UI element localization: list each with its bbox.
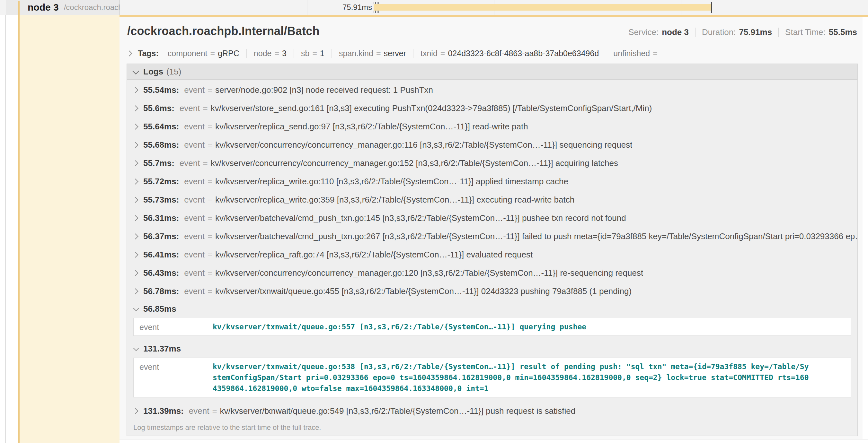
log-entry[interactable]: 55.73ms: event = kv/kvserver/replica_wri… [127, 191, 858, 209]
log-field-key: event [184, 286, 205, 296]
log-message: server/node.go:902 [n3] node received re… [215, 85, 433, 95]
log-marker-tick-end [711, 2, 712, 13]
log-entry-expanded-header[interactable]: 131.37ms [127, 340, 858, 357]
equals-sign: = [208, 268, 212, 278]
equals-sign: = [440, 49, 445, 58]
chevron-right-icon[interactable] [132, 197, 138, 203]
equals-sign: = [208, 213, 212, 223]
log-field-key: event [180, 158, 200, 168]
log-timestamp: 55.73ms: [143, 195, 179, 205]
log-entry[interactable]: 131.39ms: event = kv/kvserver/txnwait/qu… [127, 402, 858, 420]
log-message: kv/kvserver/store_send.go:161 [n3,s3] ex… [211, 103, 652, 113]
log-message: kv/kvserver/txnwait/queue.go:549 [n3,s3,… [220, 406, 576, 416]
tag-node: node = 3 [246, 49, 293, 58]
chevron-right-icon[interactable] [132, 124, 138, 129]
log-message: kv/kvserver/replica_send.go:97 [n3,s3,r6… [215, 122, 528, 132]
log-field-value: kv/kvserver/txnwait/queue.go:538 [n3,s3,… [213, 358, 851, 397]
log-entry[interactable]: 55.68ms: event = kv/kvserver/concurrency… [127, 136, 858, 154]
chevron-right-icon[interactable] [132, 233, 138, 239]
chevron-right-icon[interactable] [132, 160, 138, 166]
log-message: kv/kvserver/concurrency/concurrency_mana… [215, 140, 632, 150]
chevron-right-icon[interactable] [132, 142, 138, 148]
log-event-detail-box: event kv/kvserver/txnwait/queue.go:557 [… [133, 318, 851, 336]
meta-divider [695, 28, 695, 37]
log-timestamp: 55.54ms: [143, 85, 179, 95]
log-field-key: event [184, 268, 205, 278]
log-entry[interactable]: 56.41ms: event = kv/kvserver/replica_raf… [127, 246, 858, 264]
span-service-name: node 3 [28, 2, 59, 13]
equals-sign: = [653, 49, 658, 58]
log-field-key: event [184, 140, 205, 150]
chevron-down-icon[interactable] [133, 305, 139, 311]
log-entry[interactable]: 55.6ms: event = kv/kvserver/store_send.g… [127, 99, 858, 117]
log-message: kv/kvserver/replica_write.go:110 [n3,s3,… [215, 176, 568, 186]
chevron-down-icon[interactable] [133, 345, 139, 351]
log-entry[interactable]: 56.43ms: event = kv/kvserver/concurrency… [127, 264, 858, 282]
span-duration-bar[interactable] [374, 4, 712, 10]
log-entry[interactable]: 56.78ms: event = kv/kvserver/txnwait/que… [127, 282, 858, 301]
log-field-key: event [180, 103, 200, 113]
equals-sign: = [203, 158, 208, 168]
equals-sign: = [208, 250, 212, 260]
meta-divider [778, 28, 779, 37]
next-row-divider [120, 439, 868, 440]
log-event-detail-box: event kv/kvserver/txnwait/queue.go:538 [… [133, 357, 851, 398]
duration-value: 75.91ms [739, 27, 772, 37]
chevron-right-icon[interactable] [132, 252, 138, 258]
selected-span-row-highlight [20, 15, 120, 443]
log-timestamp: 55.68ms: [143, 140, 179, 150]
span-detail-accent-border [120, 15, 868, 17]
start-time-label: Start Time: [785, 27, 826, 37]
span-timeline-cell[interactable]: 75.91ms [120, 0, 868, 15]
logs-header[interactable]: Logs (15) [127, 64, 858, 79]
log-field-value: kv/kvserver/txnwait/queue.go:557 [n3,s3,… [213, 318, 851, 336]
chevron-right-icon[interactable] [132, 270, 138, 276]
duration-label: Duration: [702, 27, 736, 37]
chevron-right-icon[interactable] [132, 288, 138, 294]
tag-component: component = gRPC [161, 49, 246, 58]
chevron-right-icon[interactable] [132, 408, 138, 414]
equals-sign: = [208, 85, 212, 95]
chevron-down-icon[interactable] [132, 67, 139, 74]
log-timestamp: 56.85ms [143, 304, 176, 314]
equals-sign: = [208, 140, 212, 150]
span-row[interactable]: node 3 /cockroach.roach… 75.91ms [0, 0, 868, 15]
service-value: node 3 [662, 27, 689, 37]
log-message: kv/kvserver/concurrency/concurrency_mana… [215, 268, 643, 278]
chevron-right-icon[interactable] [132, 215, 138, 221]
log-entry[interactable]: 56.37ms: event = kv/kvserver/batcheval/c… [127, 227, 858, 246]
logs-body: 55.54ms: event = server/node.go:902 [n3]… [127, 79, 858, 436]
span-title: /cockroach.roachpb.Internal/Batch [127, 24, 320, 38]
tag-span-kind: span.kind = server [332, 49, 413, 58]
chevron-right-icon[interactable] [132, 178, 138, 184]
chevron-right-icon[interactable] [132, 105, 138, 111]
chevron-right-icon[interactable] [132, 87, 138, 93]
log-entry[interactable]: 55.72ms: event = kv/kvserver/replica_wri… [127, 172, 858, 191]
log-timestamp: 55.72ms: [143, 176, 179, 186]
log-field-key: event [184, 250, 205, 260]
log-timestamp: 55.7ms: [143, 158, 175, 168]
tag-txnid: txnid = 024d3323-6c8f-4863-aa8b-37ab0e63… [413, 49, 606, 58]
span-name-cell[interactable]: node 3 /cockroach.roach… [6, 0, 120, 15]
chevron-right-icon[interactable] [126, 50, 132, 56]
log-entry[interactable]: 55.7ms: event = kv/kvserver/concurrency/… [127, 154, 858, 172]
equals-sign: = [208, 122, 212, 132]
log-entry-expanded-header[interactable]: 56.85ms [127, 301, 858, 317]
start-time-value: 55.5ms [829, 27, 857, 37]
log-field-key: event [184, 85, 205, 95]
log-entry[interactable]: 55.54ms: event = server/node.go:902 [n3]… [127, 81, 858, 99]
logs-section: Logs (15) 55.54ms: event = server/node.g… [127, 64, 858, 436]
log-message: kv/kvserver/batcheval/cmd_push_txn.go:26… [215, 232, 858, 241]
tags-row[interactable]: Tags: component = gRPC node = 3 sb = 1 [127, 43, 858, 63]
log-field-key: event [184, 176, 205, 186]
span-color-stripe [18, 1, 20, 443]
log-entry[interactable]: 56.31ms: event = kv/kvserver/batcheval/c… [127, 209, 858, 227]
equals-sign: = [210, 49, 215, 58]
log-entry[interactable]: 55.64ms: event = kv/kvserver/replica_sen… [127, 117, 858, 136]
log-field-key: event [134, 358, 213, 397]
timeline-gridline [307, 0, 307, 15]
log-field-key: event [184, 213, 205, 223]
span-meta: Service: node 3 Duration: 75.91ms Start … [628, 27, 857, 38]
log-field-key: event [184, 195, 205, 205]
log-message: kv/kvserver/replica_raft.go:74 [n3,s3,r6… [215, 250, 533, 260]
